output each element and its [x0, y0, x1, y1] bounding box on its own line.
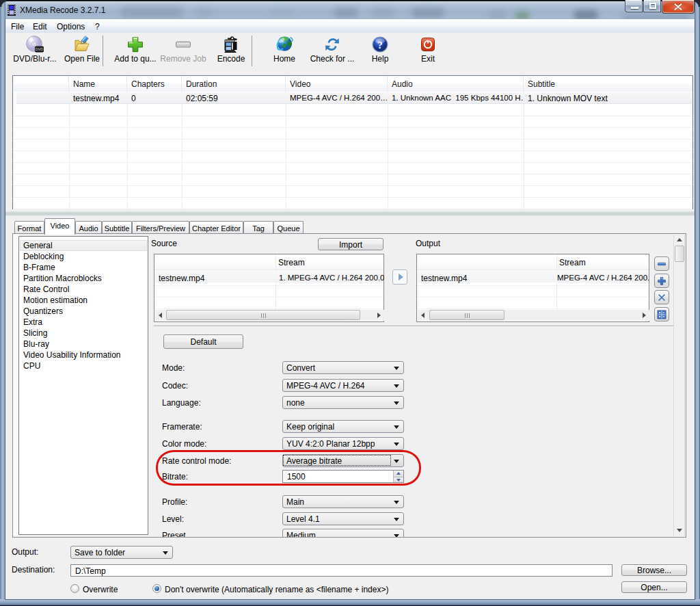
- svg-text:DVD: DVD: [35, 47, 43, 51]
- svg-text:?: ?: [377, 40, 383, 51]
